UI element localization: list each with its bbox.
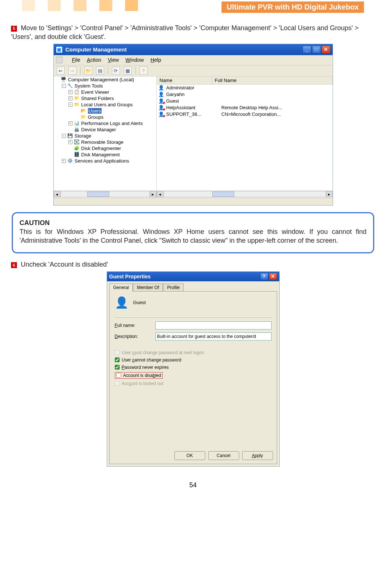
list-item[interactable]: HelpAssistantRemote Desktop Help Assi...: [157, 104, 333, 111]
chk-must-change-box: [115, 350, 120, 355]
user-name: HelpAssistant: [166, 105, 222, 110]
page-number: 54: [11, 481, 375, 489]
user-name: Garyahn: [166, 92, 222, 97]
help-icon[interactable]: ?: [139, 67, 148, 75]
toolbar: ⇐ ⇒ 📁 ▤ ⟳ ▦ ?: [54, 65, 333, 76]
user-icon: [158, 105, 165, 111]
fullname-input[interactable]: [155, 321, 272, 329]
chk-locked-out-box: [115, 381, 120, 386]
help-button[interactable]: ?: [260, 273, 268, 280]
export-icon[interactable]: ▦: [124, 67, 132, 75]
chk-account-disabled[interactable]: Account is disabled: [115, 372, 272, 379]
status-bar: [54, 198, 333, 205]
step-6-text: Uncheck 'Account is disabled': [21, 261, 108, 268]
col-fullname[interactable]: Full Name: [212, 76, 333, 84]
menu-view[interactable]: View: [108, 57, 119, 63]
list-item[interactable]: Administrator: [157, 85, 333, 91]
user-icon: [158, 98, 165, 104]
user-name: Administrator: [166, 85, 222, 90]
list-item[interactable]: Guest: [157, 98, 333, 104]
user-list: Name Full Name AdministratorGaryahnGuest…: [157, 76, 333, 198]
step-5: 5 Move to 'Settings' > 'Control Panel' >…: [11, 24, 375, 42]
scrollbar-thumb[interactable]: [212, 192, 234, 197]
tree-event-viewer[interactable]: Event Viewer: [81, 89, 109, 95]
maximize-button[interactable]: □: [312, 46, 321, 54]
ok-button[interactable]: OK: [174, 451, 205, 460]
window-titlebar[interactable]: ▣ Computer Management _ □ ✕: [54, 44, 333, 55]
tree-system-tools[interactable]: System Tools: [75, 83, 103, 89]
user-icon: [158, 85, 165, 91]
tab-body: 👤 Guest Full name: Description: User mus…: [109, 291, 277, 464]
nav-tree[interactable]: 🖥️Computer Management (Local) −🔧System T…: [54, 76, 157, 198]
scroll-left-icon[interactable]: ◄: [54, 191, 60, 197]
properties-icon[interactable]: ▤: [96, 67, 104, 75]
tab-member-of[interactable]: Member Of: [133, 284, 163, 291]
tree-users[interactable]: Users: [88, 108, 102, 114]
menu-help[interactable]: Help: [150, 57, 161, 63]
tree-shared-folders[interactable]: Shared Folders: [81, 96, 114, 101]
forward-icon[interactable]: ⇒: [68, 67, 77, 75]
scrollbar-thumb[interactable]: [87, 192, 109, 197]
page-header: Ultimate PVR with HD Digital Jukebox: [0, 0, 386, 13]
user-name: SUPPORT_38...: [166, 111, 222, 117]
menu-window[interactable]: Window: [125, 57, 144, 63]
chk-never-expires[interactable]: Password never expires: [115, 365, 272, 370]
chk-account-disabled-box[interactable]: [116, 373, 121, 378]
app-icon: ▣: [56, 46, 63, 53]
close-button[interactable]: ✕: [269, 273, 277, 280]
chk-never-expires-box[interactable]: [115, 365, 120, 370]
col-name[interactable]: Name: [157, 76, 212, 84]
caution-box: CAUTION This is for Windows XP Professio…: [12, 212, 374, 254]
user-icon: [158, 111, 165, 117]
dialog-title: Guest Properties: [109, 274, 151, 279]
tree-perf[interactable]: Performance Logs and Alerts: [81, 121, 143, 126]
tree-root[interactable]: Computer Management (Local): [68, 77, 134, 82]
menu-file[interactable]: FFileile: [72, 57, 81, 63]
scrollbar-track[interactable]: [163, 191, 326, 197]
apply-button[interactable]: Apply: [242, 451, 273, 460]
menu-action[interactable]: Action: [87, 57, 101, 63]
tree-defrag[interactable]: Disk Defragmenter: [81, 146, 121, 151]
dialog-titlebar[interactable]: Guest Properties ? ✕: [107, 272, 279, 281]
mmc-icon: [56, 57, 63, 63]
back-icon[interactable]: ⇐: [57, 67, 65, 75]
minimize-button[interactable]: _: [302, 46, 311, 54]
chk-cannot-change-box[interactable]: [115, 357, 120, 362]
tree-device-mgr[interactable]: Device Manager: [81, 127, 116, 132]
window-title: Computer Management: [65, 46, 127, 53]
user-icon: 👤: [115, 296, 128, 309]
header-title: Ultimate PVR with HD Digital Jukebox: [222, 1, 364, 13]
scroll-right-icon[interactable]: ►: [326, 191, 333, 197]
caution-title: CAUTION: [20, 218, 366, 227]
list-item[interactable]: SUPPORT_38...CN=Microsoft Corporation...: [157, 111, 333, 118]
list-item[interactable]: Garyahn: [157, 91, 333, 98]
tab-general[interactable]: General: [109, 284, 133, 292]
description-input[interactable]: [155, 332, 272, 341]
tree-services[interactable]: Services and Applications: [75, 158, 129, 164]
guest-name: Guest: [133, 300, 146, 305]
close-button[interactable]: ✕: [322, 46, 330, 54]
tab-profile[interactable]: Profile: [163, 284, 184, 291]
chk-must-change: User must change password at next logon: [115, 350, 272, 355]
chk-locked-out: Account is locked out: [115, 381, 272, 386]
menu-bar: FFileile Action View Window Help: [54, 55, 333, 65]
step-number-icon: 5: [11, 26, 17, 32]
scroll-right-icon[interactable]: ►: [150, 191, 156, 197]
tab-strip: General Member Of Profile: [107, 281, 279, 291]
user-fullname: Remote Desktop Help Assi...: [222, 105, 331, 110]
tree-diskmgmt[interactable]: Disk Management: [81, 152, 120, 157]
chk-cannot-change[interactable]: User cannot change password: [115, 357, 272, 363]
up-folder-icon[interactable]: 📁: [84, 67, 92, 75]
scroll-left-icon[interactable]: ◄: [157, 191, 163, 197]
tree-storage[interactable]: Storage: [75, 133, 92, 139]
caution-body: This is for Windows XP Professional. Win…: [20, 227, 366, 245]
tree-local-users[interactable]: Local Users and Groups: [81, 102, 133, 107]
refresh-icon[interactable]: ⟳: [112, 67, 120, 75]
guest-properties-dialog: Guest Properties ? ✕ General Member Of P…: [107, 271, 280, 467]
fullname-label: Full name:: [115, 323, 155, 328]
cancel-button[interactable]: Cancel: [208, 451, 239, 460]
tree-removable[interactable]: Removable Storage: [81, 139, 124, 145]
tree-groups[interactable]: Groups: [88, 114, 104, 120]
scrollbar-track[interactable]: [60, 191, 150, 197]
user-icon: [158, 92, 165, 97]
